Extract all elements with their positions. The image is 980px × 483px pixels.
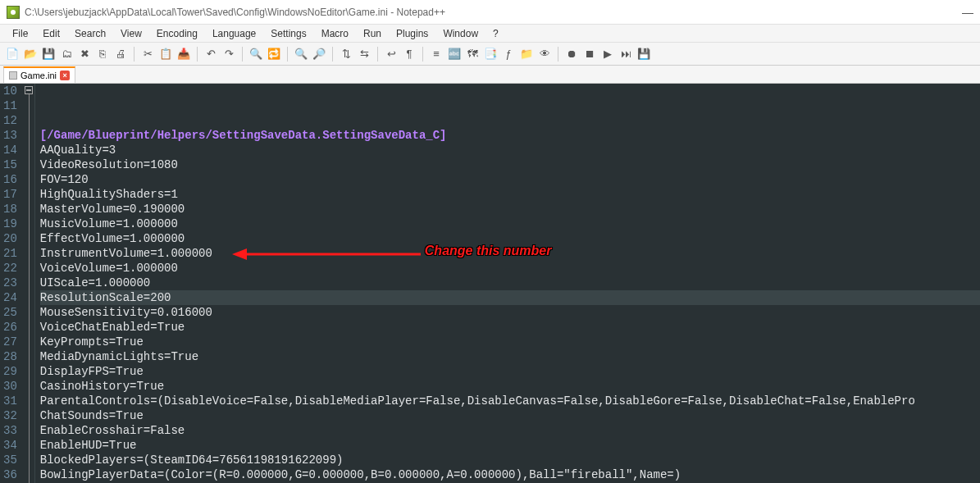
record-icon[interactable]: ⏺ (564, 47, 579, 62)
sync-h-icon[interactable]: ⇆ (357, 47, 371, 62)
save-all-icon[interactable]: 🗂 (59, 47, 74, 62)
menu-macro[interactable]: Macro (314, 25, 356, 42)
line-number: 19 (3, 216, 17, 231)
code-area[interactable]: [/Game/Blueprint/Helpers/SettingSaveData… (35, 84, 980, 483)
code-line[interactable]: MusicVolume=1.000000 (40, 216, 980, 231)
minimize-button[interactable]: — (962, 6, 973, 19)
code-line[interactable]: VideoResolution=1080 (40, 157, 980, 172)
code-line[interactable]: BlockedPlayers=(SteamID64=76561198191622… (40, 453, 980, 467)
tab-game-ini[interactable]: Game.ini × (3, 66, 75, 83)
code-line[interactable]: ParentalControls=(DisableVoice=False,Dis… (40, 394, 980, 408)
menu-plugins[interactable]: Plugins (389, 25, 435, 42)
code-line[interactable]: InstrumentVolume=1.000000 (40, 246, 980, 261)
line-number: 27 (3, 335, 17, 349)
code-line[interactable]: CasinoHistory=True (40, 379, 980, 394)
close-tab-icon[interactable]: × (60, 71, 70, 80)
line-number: 31 (3, 394, 17, 408)
open-icon[interactable]: 📂 (23, 47, 38, 62)
line-number: 17 (3, 187, 17, 202)
code-line[interactable]: DisplayFPS=True (40, 364, 980, 379)
code-line[interactable]: EnableCrosshair=False (40, 423, 980, 438)
paste-icon[interactable]: 📥 (176, 47, 191, 62)
toolbar-separator (134, 47, 134, 62)
line-number: 20 (3, 231, 17, 246)
menu-language[interactable]: Language (205, 25, 263, 42)
line-number: 11 (3, 98, 17, 113)
code-line[interactable]: BowlingPlayerData=(Color=(R=0.000000,G=0… (40, 467, 980, 482)
menu-view[interactable]: View (113, 25, 149, 42)
menu-search[interactable]: Search (67, 25, 113, 42)
line-number: 34 (3, 438, 17, 453)
code-line[interactable]: VoiceVolume=1.000000 (40, 261, 980, 276)
line-number: 15 (3, 157, 17, 172)
save-icon[interactable]: 💾 (41, 47, 56, 62)
menu-encoding[interactable]: Encoding (149, 25, 205, 42)
line-number: 30 (3, 379, 17, 394)
menu-run[interactable]: Run (356, 25, 389, 42)
doc-map-icon[interactable]: 🗺 (465, 47, 480, 62)
play-icon[interactable]: ▶ (600, 47, 615, 62)
menu-[interactable]: ? (485, 25, 506, 42)
cut-icon[interactable]: ✂ (140, 47, 155, 62)
code-line[interactable]: FOV=120 (40, 172, 980, 187)
code-line[interactable]: HighQualityShaders=1 (40, 187, 980, 202)
func-list-icon[interactable]: ƒ (501, 47, 516, 62)
doc-list-icon[interactable]: 📑 (483, 47, 498, 62)
line-number: 24 (3, 290, 17, 305)
code-line[interactable]: MasterVolume=0.190000 (40, 202, 980, 216)
code-line[interactable]: UIScale=1.000000 (40, 276, 980, 290)
print-icon[interactable]: 🖨 (113, 47, 128, 62)
indent-guide-icon[interactable]: ≡ (429, 47, 444, 62)
line-number: 18 (3, 202, 17, 216)
menu-settings[interactable]: Settings (263, 25, 313, 42)
find-icon[interactable]: 🔍 (248, 47, 263, 62)
code-line[interactable]: [/Game/Blueprint/Helpers/SettingSaveData… (40, 128, 980, 143)
line-number: 13 (3, 128, 17, 143)
monitor-icon[interactable]: 👁 (537, 47, 552, 62)
editor[interactable]: 1011121314151617181920212223242526272829… (0, 84, 980, 483)
wordwrap-icon[interactable]: ↩ (384, 47, 399, 62)
line-number: 21 (3, 246, 17, 261)
code-line[interactable]: AAQuality=3 (40, 143, 980, 157)
new-icon[interactable]: 📄 (5, 47, 20, 62)
sync-v-icon[interactable]: ⇅ (339, 47, 353, 62)
toolbar-separator (242, 47, 243, 62)
line-number: 10 (3, 84, 17, 98)
menu-window[interactable]: Window (435, 25, 485, 42)
ud-lang-icon[interactable]: 🔤 (447, 47, 462, 62)
menu-file[interactable]: File (5, 25, 35, 42)
close-icon[interactable]: ✖ (77, 47, 92, 62)
code-line[interactable]: KeyPrompts=True (40, 335, 980, 349)
redo-icon[interactable]: ↷ (221, 47, 236, 62)
code-line[interactable]: EnableHUD=True (40, 438, 980, 453)
replace-icon[interactable]: 🔁 (267, 47, 281, 62)
code-line[interactable]: MouseSensitivity=0.016000 (40, 305, 980, 320)
menu-edit[interactable]: Edit (35, 25, 67, 42)
line-number: 14 (3, 143, 17, 157)
line-number: 25 (3, 305, 17, 320)
line-number: 22 (3, 261, 17, 276)
line-number: 26 (3, 320, 17, 335)
code-line[interactable]: VoiceChatEnabled=True (40, 320, 980, 335)
toolbar-separator (332, 47, 333, 62)
app-icon (7, 6, 20, 19)
code-line[interactable]: EffectVolume=1.000000 (40, 231, 980, 246)
close-all-icon[interactable]: ⎘ (95, 47, 110, 62)
folder-icon[interactable]: 📁 (519, 47, 534, 62)
file-icon (9, 71, 17, 80)
save-macro-icon[interactable]: 💾 (636, 47, 651, 62)
code-line[interactable]: ChatSounds=True (40, 408, 980, 423)
zoom-in-icon[interactable]: 🔍 (294, 47, 308, 62)
line-number: 12 (3, 113, 17, 128)
stop-icon[interactable]: ⏹ (582, 47, 597, 62)
code-line[interactable]: MediaDynamicLights=True (40, 349, 980, 364)
code-line[interactable]: ResolutionScale=200 (40, 290, 980, 305)
copy-icon[interactable]: 📋 (158, 47, 173, 62)
line-number-gutter: 1011121314151617181920212223242526272829… (0, 84, 24, 483)
play-multi-icon[interactable]: ⏭ (618, 47, 633, 62)
line-number: 29 (3, 364, 17, 379)
zoom-out-icon[interactable]: 🔎 (312, 47, 326, 62)
all-chars-icon[interactable]: ¶ (402, 47, 417, 62)
fold-toggle-icon[interactable] (25, 86, 33, 94)
undo-icon[interactable]: ↶ (203, 47, 218, 62)
